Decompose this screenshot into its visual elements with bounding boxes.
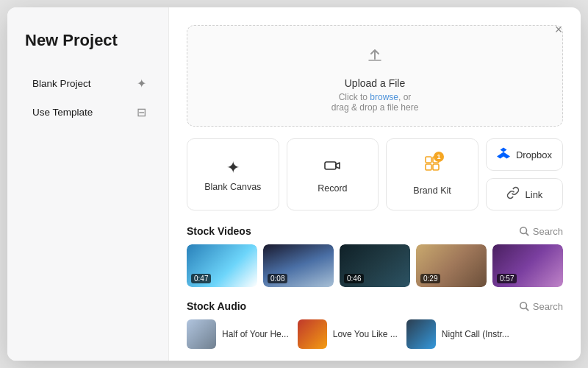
record-label: Record [318,183,347,194]
dropbox-card[interactable]: Dropbox [486,138,563,171]
svg-point-6 [520,227,527,234]
brand-kit-card[interactable]: 1 Brand Kit [386,138,478,210]
new-project-modal: New Project Blank Project ✦ Use Template… [7,7,581,361]
stock-audio-header: Stock Audio Search [187,300,563,312]
stock-videos-header: Stock Videos Search [187,225,563,237]
upload-subtitle: Click to browse, ordrag & drop a file he… [331,92,419,113]
action-row: ✦ Blank Canvas Record [187,138,563,210]
stock-audio-title: Stock Audio [187,300,246,312]
browse-link[interactable]: browse [370,92,398,102]
brand-kit-label: Brand Kit [413,185,451,196]
link-label: Link [526,189,543,200]
audio-thumb-1 [187,319,216,349]
record-icon [323,157,341,179]
blank-canvas-label: Blank Canvas [204,182,261,192]
use-template-icon: ⊟ [137,105,146,119]
link-card[interactable]: Link [486,178,563,210]
audio-item-1[interactable]: Half of Your He... [187,319,289,349]
audio-item-2[interactable]: Love You Like ... [298,319,398,349]
sidebar-item-use-template[interactable]: Use Template ⊟ [25,99,154,125]
video-duration-4: 0:29 [420,274,440,283]
stock-audio-search-label: Search [533,301,563,312]
video-duration-2: 0:08 [268,274,287,283]
svg-rect-1 [325,162,336,169]
stock-videos-search[interactable]: Search [519,226,563,237]
upload-title: Upload a File [345,77,406,89]
upload-area[interactable]: Upload a File Click to browse, ordrag & … [187,25,563,127]
svg-point-8 [520,302,527,309]
svg-rect-5 [433,164,439,170]
brand-kit-badge: 1 [434,152,444,162]
stock-audio-search[interactable]: Search [519,301,563,312]
audio-thumb-2 [298,319,327,349]
audio-label-2: Love You Like ... [333,329,398,339]
video-thumb-5[interactable]: 0:57 [492,244,563,287]
sidebar: New Project Blank Project ✦ Use Template… [7,7,169,361]
blank-project-label: Blank Project [32,78,91,89]
video-duration-3: 0:46 [344,274,364,283]
stock-videos-title: Stock Videos [187,225,251,237]
svg-rect-4 [426,164,431,170]
audio-thumb-3 [406,319,436,349]
close-button[interactable]: × [548,19,569,40]
video-duration-1: 0:47 [191,274,211,283]
dropbox-icon [497,146,510,163]
video-thumbnails: 0:47 0:08 0:46 0:29 0:57 [187,244,563,287]
sidebar-item-blank-project[interactable]: Blank Project ✦ [25,71,154,96]
upload-icon [363,43,387,71]
svg-line-9 [526,308,528,311]
link-icon [506,186,520,202]
audio-items: Half of Your He... Love You Like ... Nig… [187,319,563,349]
svg-line-7 [526,233,528,236]
video-thumb-4[interactable]: 0:29 [416,244,487,287]
svg-rect-2 [426,157,431,163]
sidebar-title: New Project [25,31,154,50]
audio-label-3: Night Call (Instr... [442,329,509,339]
video-thumb-2[interactable]: 0:08 [263,244,334,287]
use-template-label: Use Template [32,107,93,118]
dropbox-label: Dropbox [516,149,552,160]
main-content: × Upload a File Click to browse, ordrag … [169,7,581,361]
audio-item-3[interactable]: Night Call (Instr... [406,319,509,349]
record-card[interactable]: Record [287,138,379,210]
audio-label-1: Half of Your He... [222,329,289,339]
blank-canvas-card[interactable]: ✦ Blank Canvas [187,138,279,210]
video-thumb-1[interactable]: 0:47 [187,244,257,287]
blank-canvas-icon: ✦ [226,158,240,177]
blank-project-icon: ✦ [137,77,146,91]
video-duration-5: 0:57 [497,274,517,283]
video-thumb-3[interactable]: 0:46 [340,244,410,287]
stock-videos-search-label: Search [533,226,563,237]
